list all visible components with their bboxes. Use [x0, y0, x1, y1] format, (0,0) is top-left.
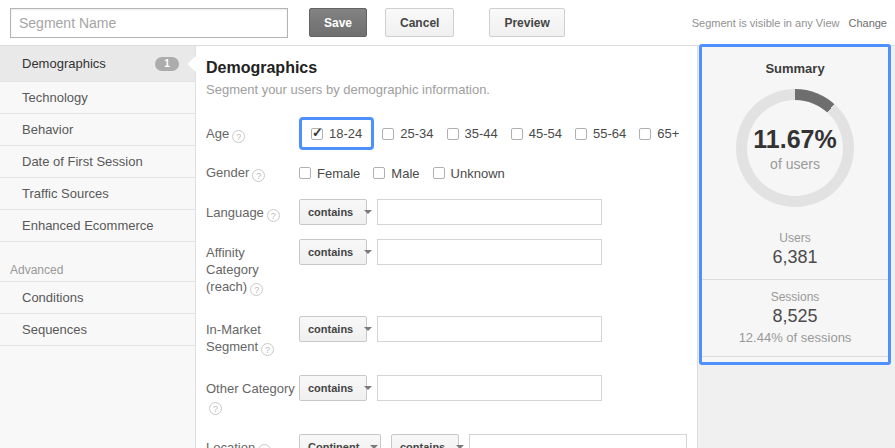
checkbox-icon[interactable] — [447, 128, 459, 140]
help-icon[interactable]: ? — [252, 169, 265, 182]
gender-option-female[interactable]: Female — [299, 166, 360, 181]
age-18-24-highlight-box: 18-24 — [299, 117, 374, 150]
sidebar-item-enhanced-ecommerce[interactable]: Enhanced Ecommerce — [0, 210, 195, 242]
language-row: Language? contains — [206, 199, 697, 225]
gender-option-male[interactable]: Male — [373, 166, 419, 181]
checkbox-checked-icon[interactable] — [311, 128, 323, 140]
sidebar-item-label: Sequences — [22, 322, 87, 337]
other-category-label: Other Category? — [206, 375, 299, 415]
location-row: Location? Continent contains — [206, 434, 697, 448]
help-icon[interactable]: ? — [258, 444, 271, 448]
percent-of-users-value: 11.67% — [753, 125, 836, 154]
language-label: Language? — [206, 199, 299, 225]
sidebar-item-technology[interactable]: Technology — [0, 82, 195, 114]
summary-title: Summary — [702, 61, 888, 76]
save-button[interactable]: Save — [309, 8, 367, 37]
checkbox-icon[interactable] — [575, 128, 587, 140]
page-subtitle: Segment your users by demographic inform… — [206, 82, 697, 97]
sidebar-item-label: Demographics — [22, 56, 106, 71]
segment-category-sidebar: Demographics 1 Technology Behavior Date … — [0, 46, 196, 448]
chevron-down-icon — [364, 250, 372, 254]
summary-column: Summary 11.67% of users Users 6,381 Sess… — [697, 46, 895, 448]
segment-visibility-text: Segment is visible in any View — [692, 17, 840, 29]
checkbox-icon[interactable] — [511, 128, 523, 140]
chevron-down-icon — [364, 210, 372, 214]
sessions-percent-caption: 12.44% of sessions — [702, 330, 888, 345]
demographics-panel: Demographics Segment your users by demog… — [196, 46, 697, 448]
affinity-category-value-input[interactable] — [377, 239, 602, 265]
checkbox-icon[interactable] — [639, 128, 651, 140]
in-market-segment-value-input[interactable] — [377, 316, 602, 342]
age-option-18-24[interactable]: 18-24 — [311, 126, 362, 141]
help-icon[interactable]: ? — [267, 209, 280, 222]
language-operator-dropdown[interactable]: contains — [299, 199, 367, 225]
sidebar-item-date-of-first-session[interactable]: Date of First Session — [0, 146, 195, 178]
help-icon[interactable]: ? — [232, 130, 245, 143]
preview-button[interactable]: Preview — [489, 8, 564, 37]
percent-of-users-caption: of users — [770, 156, 820, 172]
other-category-operator-dropdown[interactable]: contains — [299, 375, 367, 401]
in-market-segment-label: In-Market Segment? — [206, 316, 299, 356]
language-value-input[interactable] — [377, 199, 602, 225]
sidebar-item-label: Traffic Sources — [22, 186, 109, 201]
age-label: Age? — [206, 125, 299, 143]
in-market-segment-operator-dropdown[interactable]: contains — [299, 316, 367, 342]
sidebar-item-traffic-sources[interactable]: Traffic Sources — [0, 178, 195, 210]
affinity-category-label: Affinity Category (reach)? — [206, 239, 299, 296]
sidebar-item-behavior[interactable]: Behavior — [0, 114, 195, 146]
checkbox-icon[interactable] — [433, 167, 445, 179]
chevron-down-icon — [364, 327, 372, 331]
in-market-segment-row: In-Market Segment? contains — [206, 316, 697, 356]
checkbox-icon[interactable] — [382, 128, 394, 140]
page-title: Demographics — [206, 59, 697, 77]
filter-count-badge: 1 — [155, 57, 179, 71]
gender-label: Gender? — [206, 164, 299, 182]
other-category-value-input[interactable] — [377, 375, 602, 401]
donut-chart: 11.67% of users — [736, 89, 854, 207]
users-stat: Users 6,381 — [702, 221, 888, 279]
segment-toolbar: Save Cancel Preview Segment is visible i… — [0, 0, 895, 46]
age-row: Age? 18-24 25-34 35-44 — [206, 117, 697, 150]
sessions-stat: Sessions 8,525 12.44% of sessions — [702, 279, 888, 356]
sidebar-item-label: Date of First Session — [22, 154, 143, 169]
sidebar-item-label: Conditions — [22, 290, 83, 305]
summary-panel: Summary 11.67% of users Users 6,381 Sess… — [699, 44, 891, 365]
sidebar-item-sequences[interactable]: Sequences — [0, 314, 195, 346]
sidebar-item-label: Behavior — [22, 122, 73, 137]
checkbox-icon[interactable] — [373, 167, 385, 179]
change-visibility-link[interactable]: Change — [848, 17, 887, 29]
age-option-35-44[interactable]: 35-44 — [447, 126, 498, 141]
advanced-section-header: Advanced — [0, 259, 195, 282]
sidebar-item-label: Technology — [22, 90, 88, 105]
users-label: Users — [702, 231, 888, 245]
help-icon[interactable]: ? — [261, 343, 274, 356]
other-category-row: Other Category? contains — [206, 375, 697, 415]
age-option-55-64[interactable]: 55-64 — [575, 126, 626, 141]
location-dimension-dropdown[interactable]: Continent — [299, 434, 381, 448]
sidebar-item-demographics[interactable]: Demographics 1 — [0, 46, 195, 82]
gender-option-unknown[interactable]: Unknown — [433, 166, 505, 181]
age-option-25-34[interactable]: 25-34 — [382, 126, 433, 141]
chevron-down-icon — [364, 386, 372, 390]
age-option-65plus[interactable]: 65+ — [639, 126, 679, 141]
location-value-input[interactable] — [469, 434, 687, 448]
segment-name-input[interactable] — [10, 8, 288, 38]
sidebar-item-conditions[interactable]: Conditions — [0, 282, 195, 314]
sessions-value: 8,525 — [702, 306, 888, 327]
cancel-button[interactable]: Cancel — [385, 8, 454, 37]
users-value: 6,381 — [702, 247, 888, 268]
age-option-45-54[interactable]: 45-54 — [511, 126, 562, 141]
gender-row: Gender? Female Male Unknown — [206, 164, 697, 182]
applied-filter-card: Demographics Age: 18-24 × — [702, 356, 888, 365]
sessions-label: Sessions — [702, 290, 888, 304]
location-label: Location? — [206, 434, 299, 448]
checkbox-icon[interactable] — [299, 167, 311, 179]
help-icon[interactable]: ? — [209, 402, 222, 415]
help-icon[interactable]: ? — [250, 283, 263, 296]
affinity-category-operator-dropdown[interactable]: contains — [299, 239, 367, 265]
sidebar-item-label: Enhanced Ecommerce — [22, 218, 154, 233]
location-operator-dropdown[interactable]: contains — [391, 434, 459, 448]
affinity-category-row: Affinity Category (reach)? contains — [206, 239, 697, 296]
